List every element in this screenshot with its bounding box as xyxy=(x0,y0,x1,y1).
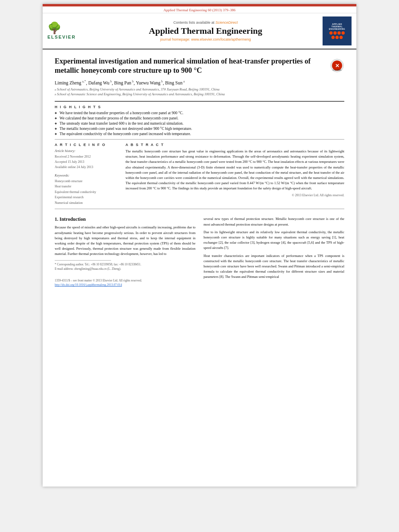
article-history-label: Article history: xyxy=(55,149,119,153)
abstract-label: A B S T R A C T xyxy=(125,143,344,147)
cover-circle-7 xyxy=(339,36,343,39)
journal-title-area: Contents lists available at ScienceDirec… xyxy=(96,21,315,41)
authors-line: Liming Zheng a,*, Dafang Wu b, Bing Pan … xyxy=(55,80,344,85)
author-zheng: Liming Zheng xyxy=(55,80,81,85)
keyword-5: Numerical simulation xyxy=(55,200,119,206)
author-wu-sup: b xyxy=(109,80,112,83)
article-info-column: A R T I C L E I N F O Article history: R… xyxy=(55,143,119,205)
keyword-4: Experimental research xyxy=(55,195,119,200)
keyword-1: Honeycomb structure xyxy=(55,179,119,184)
journal-top-header: Applied Thermal Engineering 60 (2013) 37… xyxy=(43,6,356,13)
keyword-2: Heat transfer xyxy=(55,184,119,189)
crossmark-badge[interactable]: ✕ CrossMark xyxy=(330,58,344,74)
journal-cover: APPLIEDTHERMALENGINEERING xyxy=(323,16,352,45)
introduction-section: 1. Introduction Because the speed of mis… xyxy=(55,216,344,287)
elsevier-logo-area: 🌳 ELSEVIER xyxy=(47,23,96,39)
cover-circle-6 xyxy=(335,36,339,39)
svg-text:CrossMark: CrossMark xyxy=(333,69,342,71)
footnote-issn: 1359-4311/$ – see front matter © 2013 El… xyxy=(55,278,195,283)
affiliation-a: a School of Astronautics, Beijing Univer… xyxy=(55,87,344,92)
section-title: Introduction xyxy=(60,216,86,222)
author-wang: Yuewu Wang xyxy=(136,80,160,85)
cover-circle-1 xyxy=(329,31,333,35)
sciencedirect-prefix: Contents lists available at xyxy=(173,21,216,25)
intro-body-columns: 1. Introduction Because the speed of mis… xyxy=(55,216,344,287)
keywords-label: Keywords: xyxy=(55,173,119,177)
journal-citation: Applied Thermal Engineering 60 (2013) 37… xyxy=(163,8,235,12)
svg-text:✕: ✕ xyxy=(335,63,339,69)
section-divider-3 xyxy=(55,209,344,209)
abstract-text: The metallic honeycomb core structure ha… xyxy=(125,149,344,191)
affil-a-sup: a xyxy=(55,88,56,92)
author-sun-sup: a xyxy=(183,80,185,83)
highlights-label: H I G H L I G H T S xyxy=(55,105,344,109)
elsevier-logo: 🌳 ELSEVIER xyxy=(47,23,96,39)
highlight-item-5: The equivalent conductivity of the honey… xyxy=(55,132,344,136)
keyword-3: Equivalent thermal conductivity xyxy=(55,189,119,195)
doi-link[interactable]: http://dx.doi.org/10.1016/j.applthermale… xyxy=(55,283,122,287)
keywords-list: Honeycomb structure Heat transfer Equiva… xyxy=(55,179,119,206)
section-divider-1 xyxy=(55,101,344,102)
sciencedirect-line: Contents lists available at ScienceDirec… xyxy=(96,21,315,25)
page: Applied Thermal Engineering 60 (2013) 37… xyxy=(43,4,356,487)
journal-homepage: journal homepage: www.elsevier.com/locat… xyxy=(96,37,315,41)
section-divider-2 xyxy=(55,139,344,140)
article-title: Experimental investigation and numerical… xyxy=(55,57,326,76)
intro-para-1: Because the speed of missiles and other … xyxy=(55,225,195,257)
accepted-date: Accepted 15 July 2013 xyxy=(55,160,119,165)
affiliation-b: b School of Aeronautic Science and Engin… xyxy=(55,92,344,97)
highlight-item-1: We have tested the heat-transfer propert… xyxy=(55,111,344,115)
article-history-details: Received 2 November 2012 Accepted 15 Jul… xyxy=(55,154,119,170)
article-title-section: Experimental investigation and numerical… xyxy=(55,55,344,76)
affiliations: a School of Astronautics, Beijing Univer… xyxy=(55,87,344,97)
copyright-line: © 2013 Elsevier Ltd. All rights reserved… xyxy=(125,193,344,197)
highlight-item-2: We calculated the heat transfer process … xyxy=(55,116,344,120)
journal-header: 🌳 ELSEVIER Contents lists available at S… xyxy=(43,13,356,49)
journal-title: Applied Thermal Engineering xyxy=(96,26,315,36)
cover-circle-4 xyxy=(341,31,345,35)
highlight-item-4: The metallic honeycomb core panel was no… xyxy=(55,127,344,131)
author-wu: Dafang Wu xyxy=(88,80,109,85)
section-number: 1. xyxy=(55,216,58,222)
sciencedirect-link[interactable]: ScienceDirect xyxy=(216,21,238,25)
footnote-doi: http://dx.doi.org/10.1016/j.applthermale… xyxy=(55,283,195,287)
section-heading-intro: 1. Introduction xyxy=(55,216,195,222)
author-sun: Bing Sun xyxy=(165,80,183,85)
intro-para-right-3: Heat transfer characteristics are import… xyxy=(204,253,344,280)
cover-circle-5 xyxy=(331,36,335,39)
affil-b-text: School of Aeronautic Science and Enginee… xyxy=(57,92,225,97)
highlight-item-3: The unsteady state heat transfer lasted … xyxy=(55,121,344,125)
crossmark-icon: ✕ CrossMark xyxy=(330,58,344,73)
info-abstract-columns: A R T I C L E I N F O Article history: R… xyxy=(55,143,344,205)
cover-circle-2 xyxy=(333,31,337,35)
intro-para-right-2: Due to its lightweight structure and its… xyxy=(204,230,344,251)
footnote-email: E-mail address: zhengliming@buaa.edu.cn … xyxy=(55,267,195,271)
author-wang-sup: b xyxy=(160,80,163,83)
journal-homepage-link[interactable]: journal homepage: www.elsevier.com/locat… xyxy=(160,37,251,41)
available-date: Available online 24 July 2013 xyxy=(55,165,119,170)
abstract-column: A B S T R A C T The metallic honeycomb c… xyxy=(125,143,344,205)
author-pan-sup: b xyxy=(131,80,134,83)
content-area: Experimental investigation and numerical… xyxy=(43,49,356,293)
intro-para-right-1: several new types of thermal protection … xyxy=(204,216,344,227)
affil-b-sup: b xyxy=(55,92,56,97)
intro-right-col: several new types of thermal protection … xyxy=(204,216,344,287)
elsevier-tree-icon: 🌳 xyxy=(47,23,62,34)
journal-cover-graphic-2 xyxy=(331,36,343,39)
footnote-divider xyxy=(55,260,111,261)
elsevier-wordmark: ELSEVIER xyxy=(47,35,76,39)
author-zheng-sup: a,* xyxy=(81,80,86,83)
cover-circle-3 xyxy=(337,31,341,35)
journal-cover-area: APPLIEDTHERMALENGINEERING xyxy=(315,16,352,45)
journal-cover-title: APPLIEDTHERMALENGINEERING xyxy=(329,23,346,30)
received-date: Received 2 November 2012 xyxy=(55,154,119,160)
article-info-label: A R T I C L E I N F O xyxy=(55,143,119,147)
journal-cover-graphic xyxy=(329,31,345,35)
footnote-corresponding: * Corresponding author. Tel.: +86 10 823… xyxy=(55,262,195,267)
affil-a-text: School of Astronautics, Beijing Universi… xyxy=(57,87,220,92)
author-pan: Bing Pan xyxy=(114,80,132,85)
footnote-email-text: E-mail address: zhengliming@buaa.edu.cn … xyxy=(55,267,121,271)
highlights-list: We have tested the heat-transfer propert… xyxy=(55,111,344,136)
intro-left-col: 1. Introduction Because the speed of mis… xyxy=(55,216,195,287)
